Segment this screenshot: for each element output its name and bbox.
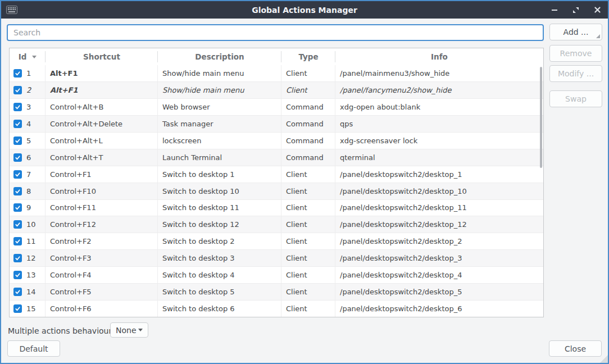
row-enabled-checkbox[interactable] (13, 220, 22, 229)
row-type: Client (281, 65, 335, 81)
window-controls (551, 1, 601, 19)
row-info: xdg-open about:blank (335, 99, 543, 115)
row-shortcut: Control+F1 (46, 166, 158, 183)
row-info: /panel/fancymenu2/show_hide (335, 82, 543, 98)
row-enabled-checkbox[interactable] (13, 120, 22, 128)
row-enabled-checkbox[interactable] (13, 103, 22, 111)
column-header-shortcut[interactable]: Shortcut (46, 48, 158, 65)
row-info: /panel/desktopswitch2/desktop_4 (335, 267, 543, 283)
row-description: Switch to desktop 5 (158, 284, 281, 300)
row-info: /panel/desktopswitch2/desktop_3 (335, 250, 543, 266)
table-row[interactable]: 8 Control+F10 Switch to desktop 10 Clien… (10, 183, 543, 199)
table-row[interactable]: 14 Control+F5 Switch to desktop 5 Client… (10, 283, 543, 300)
row-info: xdg-screensaver lock (335, 133, 543, 149)
maximize-icon[interactable] (572, 6, 580, 14)
column-header-id-label: Id (19, 52, 27, 61)
row-description: Switch to desktop 6 (158, 301, 281, 317)
table-row[interactable]: 13 Control+F4 Switch to desktop 4 Client… (10, 266, 543, 283)
row-info: qps (335, 116, 543, 132)
row-enabled-checkbox[interactable] (13, 187, 22, 195)
table-row[interactable]: 5 Control+Alt+L lockscreen Command xdg-s… (10, 132, 543, 149)
row-id: 5 (26, 136, 31, 145)
table-row[interactable]: 2 Alt+F1 Show/hide main menu Client /pan… (10, 81, 543, 98)
row-enabled-checkbox[interactable] (13, 153, 22, 162)
table-row[interactable]: 11 Control+F2 Switch to desktop 2 Client… (10, 233, 543, 249)
row-shortcut: Control+F12 (46, 216, 158, 233)
row-type: Command (281, 116, 335, 132)
row-type: Command (281, 149, 335, 166)
close-icon[interactable] (593, 6, 601, 14)
row-type: Client (281, 216, 335, 233)
row-type: Client (281, 183, 335, 199)
actions-table: Id Shortcut Description Type Info 1 Alt+… (9, 48, 544, 317)
row-description: Task manager (158, 116, 281, 132)
row-shortcut: Control+F2 (46, 233, 158, 249)
add-button[interactable]: Add ... (549, 24, 602, 40)
row-enabled-checkbox[interactable] (13, 271, 22, 279)
row-enabled-checkbox[interactable] (13, 288, 22, 296)
row-id: 8 (26, 187, 31, 195)
row-info: /panel/mainmenu3/show_hide (335, 65, 543, 81)
row-info: /panel/desktopswitch2/desktop_12 (335, 216, 543, 233)
minimize-icon[interactable] (551, 6, 558, 14)
row-info: qterminal (335, 149, 543, 166)
row-id: 6 (26, 153, 31, 162)
behaviour-dropdown[interactable]: None (110, 322, 148, 338)
table-row[interactable]: 7 Control+F1 Switch to desktop 1 Client … (10, 166, 543, 183)
row-info: /panel/desktopswitch2/desktop_11 (335, 200, 543, 216)
column-header-info[interactable]: Info (335, 48, 543, 65)
row-enabled-checkbox[interactable] (13, 304, 22, 313)
resize-grip[interactable] (600, 355, 608, 363)
row-id: 13 (26, 271, 36, 279)
row-id: 1 (26, 69, 31, 78)
row-id: 2 (26, 86, 31, 94)
row-shortcut: Control+Alt+T (46, 149, 158, 166)
table-row[interactable]: 15 Control+F6 Switch to desktop 6 Client… (10, 300, 543, 317)
search-input[interactable] (7, 24, 544, 41)
row-shortcut: Control+F6 (46, 301, 158, 317)
window-title: Global Actions Manager (1, 6, 608, 15)
table-row[interactable]: 6 Control+Alt+T Launch Terminal Command … (10, 149, 543, 166)
table-row[interactable]: 4 Control+Alt+Delete Task manager Comman… (10, 115, 543, 132)
column-header-type[interactable]: Type (281, 48, 335, 65)
column-header-id[interactable]: Id (10, 48, 46, 65)
table-scrollbar-thumb[interactable] (540, 67, 542, 168)
row-enabled-checkbox[interactable] (13, 254, 22, 262)
titlebar[interactable]: Global Actions Manager (1, 1, 608, 19)
row-enabled-checkbox[interactable] (13, 69, 22, 78)
row-enabled-checkbox[interactable] (13, 203, 22, 212)
close-button[interactable]: Close (549, 340, 602, 357)
row-description: Show/hide main menu (158, 82, 281, 98)
row-id: 7 (26, 170, 31, 179)
row-info: /panel/desktopswitch2/desktop_2 (335, 233, 543, 249)
keyboard-icon (6, 6, 17, 14)
row-shortcut: Alt+F1 (46, 65, 158, 81)
row-id: 3 (26, 103, 31, 111)
row-type: Client (281, 82, 335, 98)
row-id: 4 (26, 120, 31, 128)
row-info: /panel/desktopswitch2/desktop_1 (335, 166, 543, 183)
row-enabled-checkbox[interactable] (13, 237, 22, 245)
table-row[interactable]: 3 Control+Alt+B Web browser Command xdg-… (10, 98, 543, 115)
row-description: Switch to desktop 2 (158, 233, 281, 249)
row-id: 11 (26, 237, 36, 245)
default-button[interactable]: Default (7, 340, 60, 357)
table-row[interactable]: 10 Control+F12 Switch to desktop 12 Clie… (10, 216, 543, 233)
row-type: Client (281, 284, 335, 300)
sort-arrow-icon (32, 56, 37, 58)
row-shortcut: Control+F3 (46, 250, 158, 266)
row-id: 14 (26, 288, 36, 296)
row-enabled-checkbox[interactable] (13, 136, 22, 145)
row-description: lockscreen (158, 133, 281, 149)
table-row[interactable]: 12 Control+F3 Switch to desktop 3 Client… (10, 249, 543, 266)
table-row[interactable]: 1 Alt+F1 Show/hide main menu Client /pan… (10, 65, 543, 81)
table-row[interactable]: 9 Control+F11 Switch to desktop 11 Clien… (10, 199, 543, 216)
column-header-description[interactable]: Description (158, 48, 281, 65)
row-enabled-checkbox[interactable] (13, 170, 22, 179)
row-info: /panel/desktopswitch2/desktop_10 (335, 183, 543, 199)
row-enabled-checkbox[interactable] (13, 86, 22, 94)
row-shortcut: Control+F5 (46, 284, 158, 300)
row-description: Launch Terminal (158, 149, 281, 166)
multiple-actions-behaviour-label: Multiple actions behaviour: (8, 326, 115, 335)
chevron-down-icon (138, 329, 143, 331)
